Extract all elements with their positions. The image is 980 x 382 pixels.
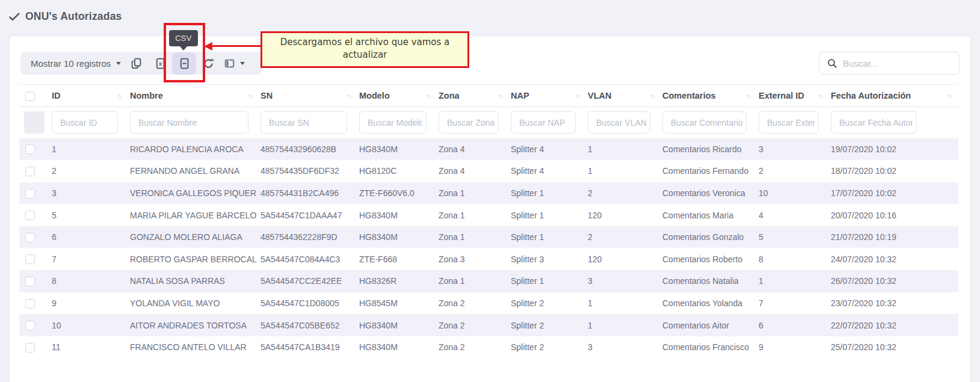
column-header-comentarios[interactable]: Comentarios↑↓ (661, 85, 757, 107)
column-header-zona[interactable]: Zona↑↓ (437, 85, 510, 107)
cell-nombre: VERONICA GALLEGOS PIQUER (129, 182, 259, 205)
copy-icon (131, 58, 142, 69)
row-checkbox[interactable] (25, 167, 35, 176)
cell-modelo: HG8340M (358, 204, 437, 226)
filter-external_id-input[interactable] (759, 111, 819, 134)
table-row: 1RICARDO PALENCIA AROCA485754432960628BH… (19, 138, 958, 161)
sort-icon[interactable]: ↑↓ (650, 92, 654, 99)
cell-nombre: AITOR ANDRADES TORTOSA (129, 314, 259, 336)
filter-nombre-input[interactable] (130, 111, 248, 134)
cell-id: 7 (51, 248, 129, 270)
row-checkbox[interactable] (25, 233, 35, 242)
filter-nap-input[interactable] (511, 111, 576, 134)
cell-sn: 5A544547CC2E42EE (259, 270, 358, 292)
cell-sn: 4857544362228F9D (259, 226, 358, 248)
filter-cell (661, 107, 757, 138)
cell-vlan: 120 (587, 204, 661, 226)
sort-icon[interactable]: ↑↓ (498, 92, 502, 99)
cell-zona: Zona 1 (437, 182, 510, 205)
excel-export-button[interactable]: x (148, 52, 172, 75)
cell-vlan: 2 (587, 182, 661, 205)
column-label: SN (260, 91, 273, 100)
table-filter-row (19, 107, 958, 138)
cell-comentarios: Comentarios Fernando (661, 160, 757, 182)
table-row: 5MARIA PILAR YAGUE BARCELO5A544547C1DAAA… (19, 204, 958, 226)
cell-comentarios: Comentarios Roberto (661, 248, 757, 270)
column-header-sn[interactable]: SN↑↓ (259, 85, 358, 107)
cell-external_id: 9 (757, 336, 830, 359)
cell-nombre: FRANCISCO ANTELO VILLAR (129, 336, 259, 359)
filter-zona-input[interactable] (439, 111, 499, 134)
cell-nap: Splitter 4 (510, 138, 587, 161)
select-all-header[interactable] (19, 85, 51, 107)
row-checkbox[interactable] (25, 343, 35, 353)
filter-id-input[interactable] (52, 111, 118, 134)
column-label: Comentarios (662, 91, 716, 100)
cell-fecha_autorizacion: 20/07/2020 10:16 (830, 204, 958, 226)
cell-nap: Splitter 1 (510, 204, 587, 226)
sort-icon[interactable]: ↑↓ (818, 92, 822, 99)
filter-fecha_autorizacion-input[interactable] (831, 111, 917, 134)
cell-vlan: 1 (587, 138, 661, 161)
column-header-nap[interactable]: NAP↑↓ (510, 85, 587, 107)
cell-external_id: 10 (757, 182, 830, 205)
column-label: Fecha Autorización (831, 91, 911, 100)
select-all-checkbox[interactable] (25, 91, 35, 101)
filter-cell (437, 107, 510, 138)
cell-zona: Zona 1 (437, 270, 510, 292)
cell-vlan: 1 (587, 292, 661, 315)
cell-sn: 5A544547C084A4C3 (259, 248, 358, 270)
filter-sn-input[interactable] (260, 111, 347, 134)
row-checkbox[interactable] (25, 189, 35, 199)
filter-cell (830, 107, 958, 138)
refresh-button[interactable] (196, 52, 220, 75)
cell-nombre: MARIA PILAR YAGUE BARCELO (129, 204, 259, 226)
search-input[interactable] (843, 58, 945, 69)
row-select-cell (19, 138, 51, 161)
cell-comentarios: Comentarios Gonzalo (661, 226, 757, 248)
table-row: 7ROBERTO GASPAR BERROCAL5A544547C084A4C3… (19, 248, 958, 270)
cell-vlan: 1 (587, 160, 661, 182)
column-header-fecha_autorizacion[interactable]: Fecha Autorización↑↓ (830, 85, 958, 107)
cell-modelo: HG8340M (358, 226, 437, 248)
filter-modelo-input[interactable] (359, 111, 427, 134)
filter-comentarios-input[interactable] (662, 111, 747, 134)
row-checkbox[interactable] (25, 299, 35, 309)
cell-modelo: HG8545M (358, 292, 437, 315)
sort-icon[interactable]: ↑↓ (746, 92, 750, 99)
cell-nombre: YOLANDA VIGIL MAYO (129, 292, 259, 315)
cell-vlan: 120 (587, 248, 661, 270)
csv-export-button[interactable] (172, 52, 196, 75)
row-checkbox[interactable] (25, 144, 35, 154)
row-checkbox[interactable] (25, 277, 35, 286)
column-label: ID (52, 91, 61, 100)
column-visibility-dropdown[interactable] (224, 58, 245, 69)
column-label: NAP (511, 91, 529, 100)
cell-modelo: HG8120C (358, 160, 437, 182)
sort-icon[interactable]: ↑↓ (347, 92, 351, 99)
records-per-page-dropdown[interactable]: Mostrar 10 registros (31, 58, 124, 69)
column-header-external_id[interactable]: External ID↑↓ (757, 85, 830, 107)
row-select-cell (19, 292, 51, 315)
copy-button[interactable] (124, 52, 148, 75)
filter-vlan-input[interactable] (588, 111, 650, 134)
sort-icon[interactable]: ↑↓ (248, 92, 252, 99)
row-select-cell (19, 270, 51, 292)
row-checkbox[interactable] (25, 254, 35, 264)
row-select-cell (19, 182, 51, 205)
cell-comentarios: Comentarios Yolanda (661, 292, 757, 315)
column-header-id[interactable]: ID↑↓ (51, 85, 129, 107)
row-checkbox[interactable] (25, 211, 35, 220)
table-row: 3VERONICA GALLEGOS PIQUER485754431B2CA49… (19, 182, 958, 205)
column-header-vlan[interactable]: VLAN↑↓ (587, 85, 661, 107)
sort-icon[interactable]: ↑↓ (117, 92, 122, 99)
cell-fecha_autorizacion: 19/07/2020 10:02 (830, 138, 958, 161)
row-checkbox[interactable] (25, 321, 35, 330)
sort-icon[interactable]: ↑↓ (575, 92, 579, 99)
column-header-nombre[interactable]: Nombre↑↓ (129, 85, 259, 107)
column-header-modelo[interactable]: Modelo↑↓ (358, 85, 437, 107)
sort-icon[interactable]: ↑↓ (947, 92, 951, 99)
sort-icon[interactable]: ↑↓ (426, 92, 430, 99)
cell-nap: Splitter 4 (510, 160, 587, 182)
column-label: Zona (439, 91, 460, 100)
